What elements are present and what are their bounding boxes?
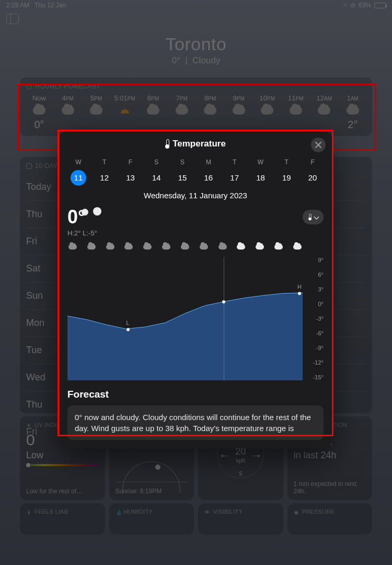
chart-line — [67, 257, 303, 380]
cloud-icon — [68, 244, 77, 250]
cloud-icon — [90, 211, 109, 223]
close-icon — [315, 142, 321, 148]
cloud-icon — [87, 244, 96, 250]
cloud-icon — [237, 244, 245, 250]
day-selector-item[interactable]: F20 — [302, 159, 323, 186]
modal-title: Temperature — [165, 139, 226, 149]
day-selector-item[interactable]: T17 — [224, 159, 245, 186]
forecast-text: 0° now and cloudy. Cloudy conditions wil… — [67, 405, 324, 440]
day-selector-item[interactable]: W18 — [250, 159, 271, 186]
forecast-heading: Forecast — [67, 389, 324, 400]
cloud-icon — [293, 244, 302, 250]
cloud-icon — [200, 244, 208, 250]
metric-selector-button[interactable] — [303, 210, 324, 224]
selected-date-label: Wednesday, 11 January 2023 — [59, 186, 332, 206]
cloud-icon — [143, 244, 152, 250]
day-selector-item[interactable]: S15 — [172, 159, 193, 186]
chart-high-marker: H — [297, 284, 302, 290]
cloud-icon — [274, 244, 283, 250]
chevron-down-icon — [315, 213, 318, 221]
cloud-icon — [106, 244, 114, 250]
close-button[interactable] — [311, 138, 326, 152]
thermometer-icon — [308, 214, 312, 221]
day-selector-item[interactable]: M16 — [198, 159, 219, 186]
day-selector-item[interactable]: T12 — [94, 159, 115, 186]
cloud-icon — [256, 244, 264, 250]
cloud-icon — [124, 244, 133, 250]
day-selector-item[interactable]: W11 — [68, 159, 89, 186]
chart-low-marker: L — [126, 320, 130, 326]
cloud-icon — [218, 244, 227, 250]
temperature-chart[interactable]: 9°6°3°0°-3°-6°-9°-12°-15° L H — [67, 244, 324, 380]
day-selector-item[interactable]: S14 — [146, 159, 167, 186]
chart-y-axis: 9°6°3°0°-3°-6°-9°-12°-15° — [306, 257, 324, 380]
cloud-icon — [162, 244, 170, 250]
high-low-label: H:2° L:-5° — [67, 229, 324, 237]
chart-now-marker — [224, 257, 224, 380]
cloud-icon — [181, 244, 189, 250]
thermometer-icon — [165, 139, 169, 149]
chart-now-dot — [222, 300, 225, 303]
day-selector-item[interactable]: T19 — [276, 159, 297, 186]
day-selector[interactable]: W11T12F13S14S15M16T17W18T19F20 — [59, 156, 332, 186]
temperature-modal: Temperature W11T12F13S14S15M16T17W18T19F… — [59, 131, 332, 448]
day-selector-item[interactable]: F13 — [120, 159, 141, 186]
